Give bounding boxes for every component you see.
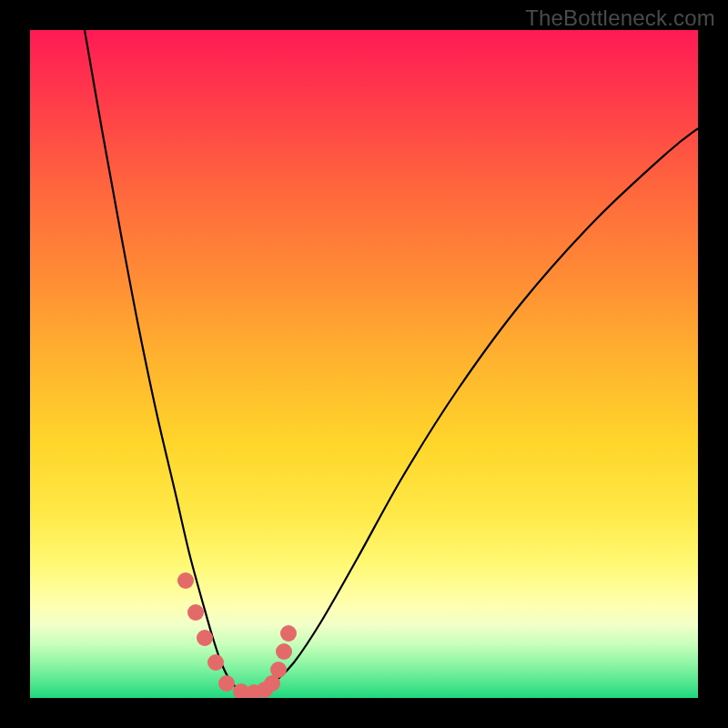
curve-marker [270,662,287,678]
curve-marker [280,625,297,642]
curve-marker [276,643,292,660]
bottleneck-curve-svg [30,30,698,698]
curve-marker [177,572,194,589]
curve-markers [177,572,297,698]
chart-plot-area [30,30,698,698]
curve-marker [197,630,213,646]
curve-marker [218,675,235,692]
curve-marker [187,604,204,621]
watermark-label: TheBottleneck.com [525,5,715,31]
bottleneck-curve-path [85,30,698,693]
curve-marker [207,654,224,671]
